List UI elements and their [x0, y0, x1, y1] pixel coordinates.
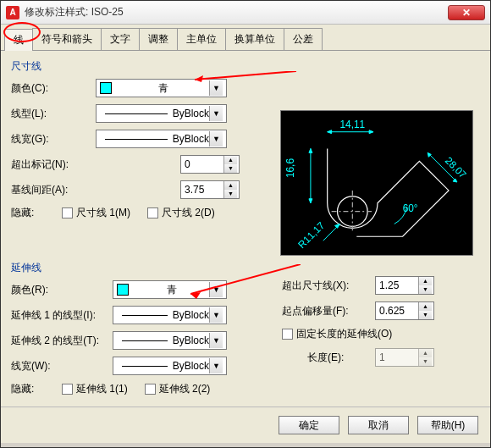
lt1-label: 延伸线 1 的线型(I):: [11, 308, 113, 323]
tab-line[interactable]: 线: [4, 29, 33, 51]
spacing-label: 基线间距(A):: [11, 183, 180, 197]
hide-label: 隐藏:: [11, 206, 62, 220]
tab-symbols[interactable]: 符号和箭头: [32, 28, 102, 50]
app-icon: A: [6, 6, 19, 19]
color-label: 颜色(C):: [11, 81, 96, 96]
spacing-input[interactable]: [181, 181, 223, 198]
hide2-label: 尺寸线 2(D): [162, 206, 215, 220]
window-title: 修改标注样式: ISO-25: [25, 5, 448, 19]
color-swatch: [117, 284, 129, 296]
chevron-down-icon: ▼: [209, 282, 223, 297]
tab-primary[interactable]: 主单位: [177, 28, 226, 50]
tab-alt[interactable]: 换算单位: [225, 28, 284, 50]
tab-bar: 线 符号和箭头 文字 调整 主单位 换算单位 公差: [1, 25, 490, 51]
cancel-button[interactable]: 取消: [348, 416, 409, 434]
spin-up-icon[interactable]: ▲: [224, 181, 237, 190]
color-swatch: [100, 82, 112, 94]
preview-pane: 14,11 16,6 28,07 R11,17 60°: [280, 110, 473, 256]
spin-down-icon[interactable]: ▼: [224, 164, 237, 173]
tab-tol[interactable]: 公差: [284, 28, 323, 50]
length-spinner[interactable]: ▲▼: [375, 348, 434, 367]
svg-text:60°: 60°: [403, 202, 418, 214]
lt1-dropdown[interactable]: ByBlock ▼: [113, 306, 227, 324]
svg-text:14,11: 14,11: [340, 119, 366, 130]
line-preview: [105, 113, 168, 114]
svg-text:16,6: 16,6: [284, 158, 296, 178]
extend-label: 超出标记(N):: [11, 158, 180, 172]
lt2-dropdown[interactable]: ByBlock ▼: [113, 331, 227, 350]
spin-up-icon[interactable]: ▲: [224, 156, 237, 164]
extend-spinner[interactable]: ▲▼: [180, 155, 240, 174]
chevron-down-icon: ▼: [209, 333, 223, 348]
extlw-label: 线宽(W):: [11, 359, 113, 373]
extlw-dropdown[interactable]: ByBlock ▼: [113, 357, 227, 375]
dimline-title: 尺寸线: [11, 59, 480, 74]
tab-fit[interactable]: 调整: [139, 28, 178, 50]
hide1-label: 尺寸线 1(M): [76, 206, 130, 220]
chevron-down-icon: ▼: [209, 131, 223, 147]
spin-down-icon[interactable]: ▼: [224, 190, 237, 198]
extcolor-label: 颜色(R):: [11, 283, 113, 297]
tab-text[interactable]: 文字: [101, 28, 140, 50]
help-button[interactable]: 帮助(H): [417, 416, 478, 434]
offset-spinner[interactable]: ▲▼: [375, 301, 434, 320]
svg-text:28,07: 28,07: [443, 155, 469, 181]
extcolor-dropdown[interactable]: 青 ▼: [113, 280, 227, 299]
beyond-label: 超出尺寸线(X):: [282, 279, 375, 293]
svg-text:R11,17: R11,17: [295, 219, 327, 251]
extline-title: 延伸线: [11, 261, 282, 275]
chevron-down-icon: ▼: [209, 106, 223, 121]
hide1-checkbox[interactable]: [62, 207, 73, 218]
beyond-input[interactable]: [376, 277, 418, 294]
exthide2-checkbox[interactable]: [145, 384, 156, 395]
chevron-down-icon: ▼: [209, 307, 223, 323]
exthide-label: 隐藏:: [11, 382, 62, 396]
lt2-label: 延伸线 2 的线型(T):: [11, 334, 113, 348]
hide2-checkbox[interactable]: [147, 207, 158, 218]
line-preview: [105, 139, 168, 140]
beyond-spinner[interactable]: ▲▼: [375, 276, 434, 295]
fixed-label: 固定长度的延伸线(O): [296, 327, 392, 341]
length-input[interactable]: [376, 349, 418, 366]
extend-input[interactable]: [181, 156, 223, 173]
lineweight-label: 线宽(G):: [11, 132, 96, 147]
linetype-label: 线型(L):: [11, 107, 96, 121]
offset-input[interactable]: [376, 302, 418, 319]
lineweight-dropdown[interactable]: ByBlock ▼: [96, 130, 227, 148]
fixed-checkbox[interactable]: [282, 329, 293, 340]
ok-button[interactable]: 确定: [279, 416, 339, 434]
length-label: 长度(E):: [282, 351, 375, 365]
linetype-dropdown[interactable]: ByBlock ▼: [96, 104, 227, 123]
exthide2-label: 延伸线 2(2): [159, 382, 211, 396]
chevron-down-icon: ▼: [209, 358, 223, 373]
offset-label: 起点偏移量(F):: [282, 304, 375, 318]
close-button[interactable]: ✕: [448, 5, 485, 20]
chevron-down-icon: ▼: [209, 80, 223, 96]
exthide1-checkbox[interactable]: [62, 384, 73, 395]
spacing-spinner[interactable]: ▲▼: [180, 180, 240, 199]
color-dropdown[interactable]: 青 ▼: [96, 79, 227, 97]
exthide1-label: 延伸线 1(1): [76, 382, 128, 396]
